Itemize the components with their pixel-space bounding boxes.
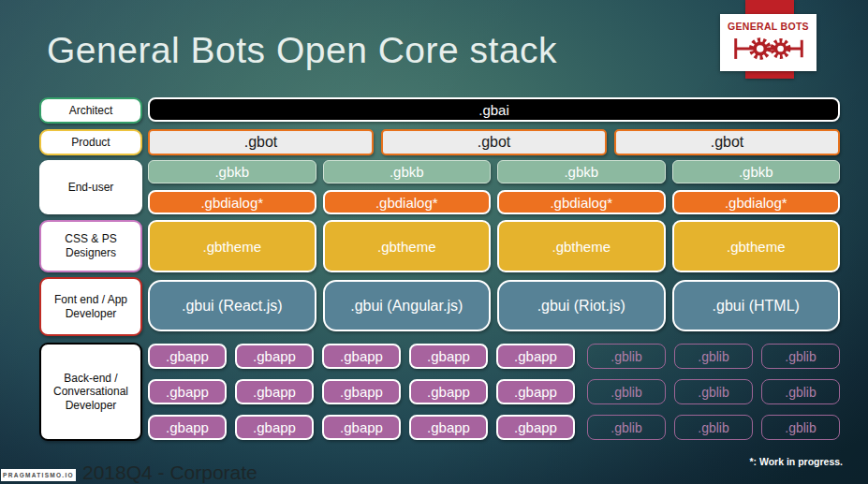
gbapp-block: .gbapp — [322, 379, 401, 404]
gbkb-block: .gbkb — [672, 160, 841, 183]
gbtheme-block: .gbtheme — [497, 220, 666, 272]
general-bots-logo: GENERAL BOTS — [720, 14, 817, 71]
gbkb-block: .gbkb — [497, 160, 666, 183]
gbui-html-block: .gbui (HTML) — [672, 280, 841, 331]
row-gbkb: .gbkb .gbkb .gbkb .gbkb — [148, 160, 840, 183]
logo-brand-text: GENERAL BOTS — [728, 21, 809, 32]
gbkb-block: .gbkb — [323, 160, 492, 183]
gbapp-block: .gbapp — [322, 415, 401, 440]
gbapp-block: .gbapp — [235, 344, 314, 369]
slide-canvas: General Bots Open Core stack GENERAL BOT… — [0, 0, 868, 484]
row-label-text: CSS & PS Designers — [46, 232, 136, 259]
gblib-block: .gblib — [761, 379, 840, 404]
gbapp-block: .gbapp — [496, 379, 575, 404]
row-label-text: Architect — [69, 104, 113, 118]
gbapp-block: .gbapp — [235, 379, 314, 404]
row-label-backend: Back-end / Conversational Developer — [39, 343, 142, 441]
gbapp-block: .gbapp — [409, 379, 488, 404]
work-in-progress-note: *: Work in progress. — [749, 456, 843, 467]
row-label-designers: CSS & PS Designers — [39, 220, 142, 272]
row-gbtheme: .gbtheme .gbtheme .gbtheme .gbtheme — [148, 220, 840, 272]
gblib-block: .gblib — [674, 379, 753, 404]
gbot-block: .gbot — [148, 129, 374, 155]
gbapp-block: .gbapp — [496, 344, 575, 369]
row-backend-2: .gbapp .gbapp .gbapp .gbapp .gbapp .gbli… — [148, 379, 840, 404]
gbapp-block: .gbapp — [409, 344, 488, 369]
gbapp-block: .gbapp — [235, 415, 314, 440]
gbai-block: .gbai — [148, 97, 840, 122]
row-gbui: .gbui (React.js) .gbui (Angular.js) .gbu… — [148, 280, 840, 331]
gbui-riot-block: .gbui (Riot.js) — [497, 280, 666, 331]
gblib-block: .gblib — [761, 344, 840, 369]
gbapp-block: .gbapp — [322, 344, 401, 369]
row-label-architect: Architect — [39, 97, 142, 124]
gbdialog-block: .gbdialog* — [323, 190, 492, 214]
row-gbdialog: .gbdialog* .gbdialog* .gbdialog* .gbdial… — [148, 190, 840, 214]
row-label-text: Product — [71, 136, 110, 150]
gbtheme-block: .gbtheme — [672, 220, 841, 272]
gbdialog-block: .gbdialog* — [148, 190, 316, 214]
row-label-text: Font end / App Developer — [46, 293, 136, 320]
gblib-block: .gblib — [587, 344, 666, 369]
pragmatismo-badge: PRAGMATISMO.IO — [1, 469, 76, 481]
gbapp-block: .gbapp — [409, 415, 488, 440]
gbot-block: .gbot — [614, 129, 840, 155]
gblib-block: .gblib — [587, 379, 666, 404]
gbapp-block: .gbapp — [148, 379, 227, 404]
gbdialog-block: .gbdialog* — [497, 190, 666, 214]
gbdialog-block: .gbdialog* — [672, 190, 841, 214]
gbapp-block: .gbapp — [148, 344, 227, 369]
gbapp-block: .gbapp — [496, 415, 575, 440]
gbui-react-block: .gbui (React.js) — [148, 280, 316, 331]
gbot-block: .gbot — [381, 129, 607, 155]
row-product: .gbot .gbot .gbot — [148, 129, 840, 155]
row-label-product: Product — [39, 129, 142, 155]
row-backend-1: .gbapp .gbapp .gbapp .gbapp .gbapp .gbli… — [148, 344, 840, 369]
gears-icon — [729, 33, 808, 65]
gbkb-block: .gbkb — [148, 160, 316, 183]
gblib-block: .gblib — [674, 415, 753, 440]
gblib-block: .gblib — [587, 415, 666, 440]
page-title: General Bots Open Core stack — [47, 30, 557, 71]
gbui-angular-block: .gbui (Angular.js) — [323, 280, 492, 331]
row-label-enduser: End-user — [39, 160, 142, 214]
gblib-block: .gblib — [761, 415, 840, 440]
gbtheme-block: .gbtheme — [323, 220, 492, 272]
row-label-frontend: Font end / App Developer — [39, 277, 142, 336]
row-label-text: Back-end / Conversational Developer — [46, 372, 136, 413]
row-label-text: End-user — [68, 181, 114, 195]
gbtheme-block: .gbtheme — [148, 220, 316, 272]
row-architect: .gbai — [148, 97, 840, 122]
gbapp-block: .gbapp — [148, 415, 227, 440]
gblib-block: .gblib — [674, 344, 753, 369]
row-backend-3: .gbapp .gbapp .gbapp .gbapp .gbapp .gbli… — [148, 415, 840, 440]
footer-text: 2018Q4 - Corporate — [82, 462, 257, 484]
